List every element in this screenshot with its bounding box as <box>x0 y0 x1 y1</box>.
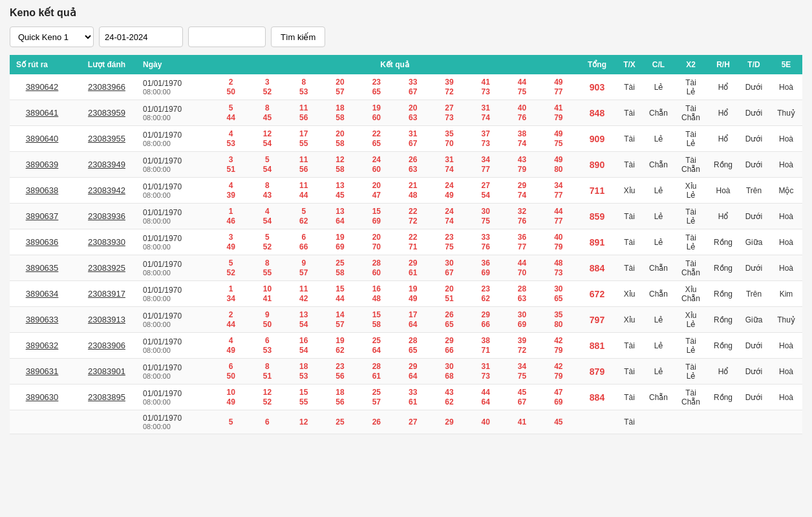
so-link[interactable]: 3890642 <box>26 82 59 92</box>
kq-num: 63 <box>504 294 540 303</box>
kq-num: 56 <box>322 372 358 381</box>
kq-num: 56 <box>322 397 358 406</box>
kq-num: 54 <box>467 191 504 200</box>
luot-link[interactable]: 23083930 <box>88 237 125 247</box>
table-row: 38906392308394901/01/197008:00:003511122… <box>10 152 802 178</box>
luot-link[interactable]: 23083955 <box>88 134 125 143</box>
kq-num: 55 <box>286 397 322 406</box>
luot-link[interactable]: 23083936 <box>88 211 125 221</box>
cell-rh: Rồng <box>709 307 738 333</box>
kq-num: 8 <box>249 258 285 268</box>
cell-so: 3890637 <box>10 204 74 229</box>
cell-rh: Rồng <box>709 229 738 255</box>
cell-so: 3890631 <box>10 359 74 385</box>
kq-num: 45 <box>249 113 285 122</box>
cell-ngay: 01/01/197008:00:00 <box>139 410 210 434</box>
cell-cl: Lẻ <box>644 359 673 385</box>
cell-so: 3890635 <box>10 255 74 281</box>
kq-num: 6 <box>286 233 322 242</box>
cell-ngay: 01/01/197008:00:00 <box>139 152 210 178</box>
so-link[interactable]: 3890634 <box>26 289 59 299</box>
kq-num: 28 <box>504 284 540 293</box>
cell-rh: Rồng <box>709 385 738 410</box>
cell-ngay: 01/01/197008:00:00 <box>139 385 210 410</box>
keno-type-select[interactable]: Quick Keno 1 Quick Keno 2 <box>10 26 94 47</box>
kq-num: 38 <box>504 129 540 138</box>
cell-tx: Tài <box>615 385 644 410</box>
header-kq: Kết quả <box>210 55 579 74</box>
cell-5e <box>770 410 802 434</box>
cell-tong: 859 <box>579 204 615 229</box>
cell-kq: 2382023333941444950525357656772737577 <box>210 74 579 100</box>
search-button[interactable]: Tìm kiếm <box>271 26 325 47</box>
kq-num: 4 <box>213 129 249 138</box>
cell-so: 3890632 <box>10 333 74 359</box>
kq-num: 58 <box>322 113 358 122</box>
cell-tong: 909 <box>579 126 615 152</box>
so-link[interactable]: 3890638 <box>26 185 59 195</box>
kq-num: 48 <box>394 191 431 200</box>
kq-num: 23 <box>358 78 394 87</box>
luot-link[interactable]: 23083966 <box>88 82 125 92</box>
cell-so: 3890636 <box>10 229 74 255</box>
so-link[interactable]: 3890635 <box>26 263 59 273</box>
so-link[interactable]: 3890639 <box>26 160 59 169</box>
luot-link[interactable]: 23083895 <box>88 392 125 402</box>
kq-num: 42 <box>286 294 322 303</box>
cell-ngay: 01/01/197008:00:00 <box>139 126 210 152</box>
luot-link[interactable]: 23083942 <box>88 185 125 195</box>
so-link[interactable]: 3890637 <box>26 211 59 221</box>
kq-num: 42 <box>540 336 577 345</box>
cell-tong: 890 <box>579 152 615 178</box>
kq-num: 20 <box>322 78 358 87</box>
kq-num: 74 <box>467 113 504 122</box>
luot-link[interactable]: 23083949 <box>88 160 125 169</box>
cell-so: 3890638 <box>10 178 74 204</box>
cell-ngay: 01/01/197008:00:00 <box>139 255 210 281</box>
kq-num: 61 <box>394 397 431 406</box>
search-input[interactable] <box>188 26 266 47</box>
date-input[interactable] <box>99 26 183 47</box>
kq-num: 17 <box>286 129 322 138</box>
kq-num: 80 <box>540 320 577 329</box>
cell-tong: 891 <box>579 229 615 255</box>
luot-link[interactable]: 23083917 <box>88 289 125 299</box>
so-link[interactable]: 3890632 <box>26 341 59 350</box>
kq-num: 55 <box>249 268 285 277</box>
cell-5e: Hoà <box>770 385 802 410</box>
so-link[interactable]: 3890630 <box>26 392 59 402</box>
luot-link[interactable]: 23083906 <box>88 341 125 350</box>
kq-num: 40 <box>467 417 504 427</box>
so-link[interactable]: 3890640 <box>26 134 59 143</box>
cell-kq: 35111224263134434951545658606374777980 <box>210 152 579 178</box>
kq-num: 2 <box>213 78 249 87</box>
luot-link[interactable]: 23083925 <box>88 263 125 273</box>
kq-num: 77 <box>540 216 577 226</box>
so-link[interactable]: 3890641 <box>26 108 59 118</box>
so-link[interactable]: 3890631 <box>26 366 59 376</box>
luot-link[interactable]: 23083959 <box>88 108 125 118</box>
cell-kq: 110111516192023283034414244484951626365 <box>210 281 579 307</box>
luot-link[interactable]: 23083901 <box>88 366 125 376</box>
kq-num: 54 <box>286 346 322 355</box>
luot-link[interactable]: 23083913 <box>88 315 125 324</box>
kq-num: 24 <box>431 207 467 216</box>
kq-num: 30 <box>431 258 467 268</box>
table-row: 38906342308391701/01/197008:00:001101115… <box>10 281 802 307</box>
kq-num: 54 <box>249 216 285 226</box>
kq-num: 5 <box>213 417 249 427</box>
kq-num: 69 <box>467 268 504 277</box>
cell-td: Trên <box>738 281 770 307</box>
kq-num: 15 <box>322 284 358 293</box>
so-link[interactable]: 3890633 <box>26 315 59 324</box>
kq-num: 13 <box>322 207 358 216</box>
cell-td: Giữa <box>738 229 770 255</box>
cell-x2: TàiLẻ <box>673 229 709 255</box>
so-link[interactable]: 3890636 <box>26 237 59 247</box>
cell-x2: TàiLẻ <box>673 126 709 152</box>
cell-kq: 412172022313537384953545558656770737475 <box>210 126 579 152</box>
cell-luot: 23083966 <box>74 74 139 100</box>
kq-num: 3 <box>213 155 249 164</box>
kq-num: 47 <box>540 388 577 397</box>
header-ngay: Ngày <box>139 55 210 74</box>
